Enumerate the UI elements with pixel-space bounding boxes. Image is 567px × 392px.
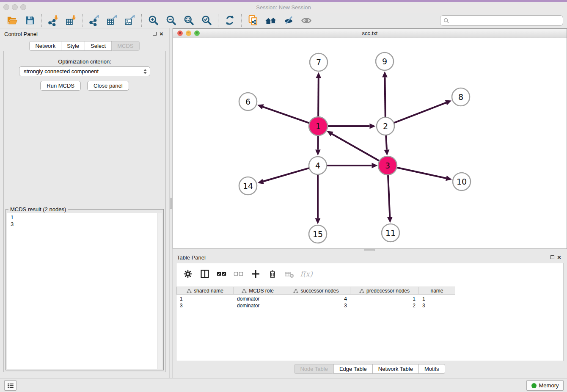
close-panel-icon[interactable]: ×: [160, 30, 163, 37]
save-session-icon[interactable]: [24, 14, 36, 27]
graph-edge-arrowhead: [316, 72, 321, 78]
network-canvas[interactable]: 7968124314101511: [173, 38, 567, 248]
cell-shared-name[interactable]: 3: [176, 302, 234, 309]
export-image-icon[interactable]: [124, 14, 136, 27]
toggle-panel-layout-icon[interactable]: [199, 268, 210, 279]
table-tab-network-table[interactable]: Network Table: [372, 364, 419, 374]
graph-edge-3-11[interactable]: [388, 174, 390, 217]
import-network-icon[interactable]: [47, 14, 60, 27]
graph-edge-2-9[interactable]: [385, 77, 385, 117]
open-session-icon[interactable]: [6, 14, 19, 27]
horizontal-split-divider[interactable]: [173, 249, 567, 252]
column-header-name[interactable]: name: [419, 287, 455, 295]
column-header-successor-nodes[interactable]: successor nodes: [282, 287, 350, 295]
vertical-split-divider[interactable]: [169, 28, 173, 378]
export-table-icon[interactable]: [106, 14, 118, 27]
network-view-window: × − + scc.txt 7968124314101511: [173, 28, 567, 249]
network-zoom-button[interactable]: +: [194, 30, 200, 36]
export-network-icon[interactable]: [88, 14, 101, 27]
toolbar-separator: [241, 14, 242, 27]
zoom-window-button[interactable]: [20, 4, 26, 10]
horizontal-split-handle[interactable]: [364, 249, 375, 251]
table-header-row: shared nameMCDS rolesuccessor nodesprede…: [176, 287, 455, 295]
show-graphics-details-icon[interactable]: [300, 14, 313, 27]
cell-predecessor-nodes[interactable]: 1: [350, 295, 419, 302]
float-table-panel-icon[interactable]: [550, 255, 554, 259]
cell-successor-nodes[interactable]: 3: [282, 302, 350, 309]
table-row[interactable]: 1dominator411: [176, 295, 455, 302]
graph-node-label-2: 2: [383, 121, 388, 131]
table-panel-tabs: Node TableEdge TableNetwork TableMotifs: [173, 364, 567, 374]
graph-edge-3-10[interactable]: [396, 167, 446, 178]
deselect-all-columns-icon[interactable]: [233, 268, 244, 279]
vertical-split-handle[interactable]: [170, 198, 172, 209]
result-scrollbar[interactable]: [157, 213, 162, 369]
column-tree-icon: [187, 288, 192, 293]
graph-node-label-11: 11: [385, 228, 396, 237]
status-bar: Memory: [0, 378, 567, 392]
toolbar-separator: [141, 14, 142, 27]
zoom-out-icon[interactable]: [165, 14, 177, 27]
function-builder-icon-disabled: f(x): [301, 268, 312, 279]
table-tab-node-table[interactable]: Node Table: [294, 364, 334, 374]
cell-predecessor-nodes[interactable]: 2: [350, 302, 419, 309]
network-close-button[interactable]: ×: [177, 30, 183, 36]
network-graph: 7968124314101511: [173, 38, 567, 248]
cell-MCDS-role[interactable]: dominator: [234, 295, 282, 302]
node-table-body: f(x) shared nameMCDS rolesuccessor nodes…: [176, 263, 564, 361]
delete-column-icon[interactable]: [267, 268, 278, 279]
cell-successor-nodes[interactable]: 4: [282, 295, 350, 302]
graph-edge-4-14[interactable]: [263, 168, 309, 182]
zoom-selected-icon[interactable]: [200, 14, 213, 27]
close-table-panel-icon[interactable]: ×: [557, 254, 561, 261]
network-minimize-button[interactable]: −: [186, 30, 191, 36]
tab-style[interactable]: Style: [61, 41, 85, 51]
toolbar-separator: [83, 14, 83, 27]
run-mcds-button[interactable]: Run MCDS: [40, 81, 81, 91]
graph-edge-arrowhead: [257, 104, 264, 109]
graph-edge-2-3[interactable]: [386, 135, 387, 150]
tab-mcds[interactable]: MCDS: [111, 41, 139, 51]
tab-select[interactable]: Select: [85, 41, 112, 51]
graph-node-label-1: 1: [316, 121, 321, 131]
graph-edge-2-8[interactable]: [394, 103, 446, 123]
network-window-titlebar[interactable]: × − + scc.txt: [173, 29, 567, 38]
column-header-MCDS-role[interactable]: MCDS role: [234, 287, 282, 295]
zoom-fit-icon[interactable]: [182, 14, 195, 27]
graph-edge-1-6[interactable]: [263, 107, 310, 123]
memory-button[interactable]: Memory: [526, 380, 564, 391]
mcds-result-textarea[interactable]: 1 3: [7, 213, 162, 369]
close-window-button[interactable]: [3, 4, 9, 10]
cell-MCDS-role[interactable]: dominator: [234, 302, 282, 309]
graph-edge-arrowhead: [370, 124, 376, 129]
close-panel-button[interactable]: Close panel: [87, 81, 129, 91]
minimize-window-button[interactable]: [12, 4, 18, 10]
hide-graphics-details-icon[interactable]: [282, 14, 295, 27]
table-row[interactable]: 3dominator323: [176, 302, 455, 309]
column-header-predecessor-nodes[interactable]: predecessor nodes: [350, 287, 419, 295]
refresh-icon[interactable]: [223, 14, 236, 27]
zoom-in-icon[interactable]: [147, 14, 160, 27]
first-neighbors-icon[interactable]: [264, 14, 277, 27]
cell-name[interactable]: 3: [419, 302, 455, 309]
import-table-icon[interactable]: [65, 14, 77, 27]
task-history-button[interactable]: [4, 380, 17, 391]
search-field[interactable]: [440, 15, 563, 26]
cell-name[interactable]: 1: [419, 295, 455, 302]
graph-edge-3-1[interactable]: [332, 134, 380, 161]
add-column-icon[interactable]: [250, 268, 261, 279]
graph-node-label-6: 6: [245, 97, 250, 106]
graph-edge-arrowhead: [387, 217, 393, 223]
cell-shared-name[interactable]: 1: [176, 295, 234, 302]
table-tab-motifs[interactable]: Motifs: [418, 364, 445, 374]
search-input[interactable]: [451, 17, 563, 24]
table-tab-edge-table[interactable]: Edge Table: [333, 364, 373, 374]
new-network-from-selection-icon[interactable]: [247, 14, 259, 27]
graph-edge-1-7[interactable]: [318, 78, 319, 117]
float-panel-icon[interactable]: [153, 32, 157, 36]
column-header-shared-name[interactable]: shared name: [176, 287, 234, 295]
table-options-gear-icon[interactable]: [182, 268, 193, 279]
select-all-columns-icon[interactable]: [216, 268, 227, 279]
criterion-dropdown[interactable]: strongly connected component: [19, 66, 150, 76]
tab-network[interactable]: Network: [29, 41, 61, 51]
